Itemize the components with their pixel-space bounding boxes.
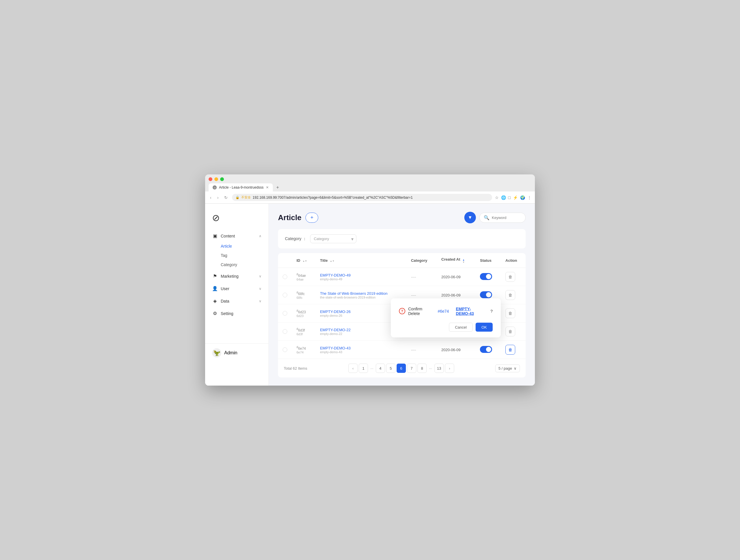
filter-bar: Category ： Category [278,229,526,249]
page-8-button[interactable]: 8 [418,364,427,373]
toolbar-icons: ☆ 🌐 □ ⚡ 🌍 ⋮ [495,195,532,200]
createdat-sort-icons[interactable]: ▲▼ [462,259,465,264]
row-checkbox[interactable] [283,293,287,297]
tab-title: Article - Leaa-9-montruedsss [219,185,264,189]
sidebar-item-article[interactable]: Article [205,242,268,251]
page-5-button[interactable]: 5 [386,364,395,373]
category-label: Category [221,262,237,267]
delete-button-6e74[interactable]: 🗑 [505,345,515,355]
status-toggle-6e74[interactable] [480,346,492,353]
row-checkbox[interactable] [283,347,287,352]
maximize-button[interactable] [220,177,224,181]
article-link[interactable]: EMPTY-DEMO-26 [320,309,351,314]
id-sort-icons[interactable]: ▲▼ [303,260,307,262]
page-7-button[interactable]: 7 [407,364,416,373]
sidebar-item-data[interactable]: ◈ Data ∨ [205,295,268,307]
page-header: Article + ▼ 🔍 [278,212,526,223]
page-tools: ▼ 🔍 [464,212,526,223]
status-toggle-64ae[interactable] [480,273,492,280]
prev-page-button[interactable]: ‹ [348,364,358,373]
next-page-button[interactable]: › [445,364,454,373]
tab-favicon: ◎ [213,185,217,189]
ok-button[interactable]: OK [476,322,493,332]
close-button[interactable] [208,177,212,181]
cast-icon[interactable]: □ [508,195,511,200]
tab-close-icon[interactable]: ✕ [266,185,269,189]
address-bar-row: ‹ › ↻ 🔒 不安全 192.168.169.99:7007/admin/ar… [205,191,535,204]
address-bar[interactable]: 🔒 不安全 192.168.169.99:7007/admin/articles… [232,194,492,201]
sidebar-admin[interactable]: 🦖 Admin [205,343,268,362]
table-cell-title: EMPTY-DEMO-49 empty-demo-49 [315,268,406,286]
category-filter-label: Category ： [285,236,307,242]
nav-section-user: 👤 User ∨ [205,283,268,294]
delete-button-68fc[interactable]: 🗑 [505,290,515,300]
sidebar-item-category[interactable]: Category [205,260,268,269]
col-checkbox [278,253,292,268]
app-layout: ⊘ ▣ Content ∧ Article Tag Category [205,204,535,386]
sidebar-item-content[interactable]: ▣ Content ∧ [205,230,268,242]
per-page-select[interactable]: 5 / page ∨ [495,364,520,372]
search-icon: 🔍 [484,215,489,220]
sidebar-item-setting[interactable]: ⚙ Setting [205,308,268,319]
user-icon: 👤 [212,286,218,291]
active-tab[interactable]: ◎ Article - Leaa-9-montruedsss ✕ [208,183,273,191]
sidebar-item-user[interactable]: 👤 User ∨ [205,283,268,294]
menu-icon[interactable]: ⋮ [527,195,532,200]
pagination-total: Total 62 Items [284,366,307,371]
sidebar-item-marketing[interactable]: ⚑ Marketing ∨ [205,270,268,282]
add-article-button[interactable]: + [305,213,318,223]
title-sort-icons[interactable]: ▲▼ [330,260,335,262]
table-cell-id: #6d3f 6d3f [292,322,315,341]
filter-button[interactable]: ▼ [464,212,476,223]
sidebar-item-tag[interactable]: Tag [205,251,268,260]
reload-button[interactable]: ↻ [223,195,229,200]
delete-button-6d3f[interactable]: 🗑 [505,326,515,337]
profile-icon[interactable]: 🌍 [520,195,525,200]
page-title-area: Article + [278,213,318,223]
extensions-icon[interactable]: ⚡ [513,195,518,200]
table-cell-status [475,341,501,359]
article-link[interactable]: EMPTY-DEMO-22 [320,328,351,332]
page-6-button[interactable]: 6 [397,364,406,373]
confirm-title: ? Confirm Delete #6e74 EMPTY-DEMO-43 ? [399,306,493,315]
page-4-button[interactable]: 4 [376,364,385,373]
chevron-down-icon-3: ∨ [259,299,262,303]
plus-icon: + [310,215,313,221]
browser-chrome: ◎ Article - Leaa-9-montruedsss ✕ + [205,174,535,191]
page-1-button[interactable]: 1 [359,364,368,373]
row-checkbox[interactable] [283,329,287,334]
category-select-wrap: Category [310,234,356,243]
table-wrap: ID ▲▼ Title ▲▼ Category Created At [278,253,526,377]
row-checkbox[interactable] [283,275,287,279]
search-input[interactable] [492,215,521,220]
table-cell-action: 🗑 [501,341,526,359]
confirm-prefix: Confirm Delete [408,306,431,315]
new-tab-button[interactable]: + [274,183,281,191]
category-select[interactable]: Category [310,234,356,243]
status-toggle-68fc[interactable] [480,291,492,298]
back-button[interactable]: ‹ [208,195,213,200]
translate-icon[interactable]: 🌐 [501,195,506,200]
address-url: 192.168.169.99:7007/admin/articles?page=… [253,196,412,200]
row-checkbox[interactable] [283,311,287,315]
article-link[interactable]: EMPTY-DEMO-43 [320,346,351,350]
search-input-wrap[interactable]: 🔍 [479,213,526,223]
cancel-button[interactable]: Cancel [449,322,473,332]
minimize-button[interactable] [214,177,218,181]
article-link[interactable]: The State of Web Browsers 2019 edition [320,291,387,296]
setting-icon: ⚙ [212,311,218,316]
confirm-item-id: #6e74 [438,309,449,313]
article-link[interactable]: EMPTY-DEMO-49 [320,273,351,277]
pagination-pages: ‹ 1 ··· 4 5 6 7 8 ··· 13 › [348,364,454,373]
page-13-button[interactable]: 13 [435,364,444,373]
per-page-chevron: ∨ [514,366,517,371]
sidebar: ⊘ ▣ Content ∧ Article Tag Category [205,204,269,386]
chevron-down-icon: ∨ [259,274,262,278]
delete-button-64ae[interactable]: 🗑 [505,272,515,282]
forward-button[interactable]: › [216,195,220,200]
delete-button-6d23[interactable]: 🗑 [505,308,515,318]
pagination: Total 62 Items ‹ 1 ··· 4 5 6 7 8 ··· 13 [278,359,526,377]
marketing-icon: ⚑ [212,273,218,279]
bookmark-icon[interactable]: ☆ [495,195,499,200]
nav-section-marketing: ⚑ Marketing ∨ [205,270,268,282]
